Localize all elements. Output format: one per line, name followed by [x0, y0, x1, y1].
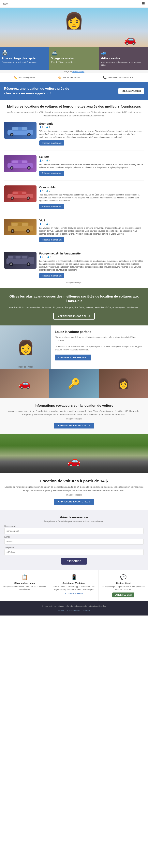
hero-caption-link[interactable]: Blindthamoes	[72, 70, 84, 72]
car-listings: Économie 👤 2 🧳 2 Très populaire auprès d…	[4, 122, 144, 278]
car-desc-economie: Très populaire auprès des voyageurs à pe…	[39, 130, 144, 138]
photo-grid: 🚗 🔑 👩	[0, 369, 148, 398]
partners-title: Offres les plus avantageuses des meilleu…	[5, 294, 143, 304]
traveler-image-caption: Image de Freepik	[4, 418, 144, 420]
svg-rect-23	[22, 191, 26, 194]
price-image-caption: Image de Freepik	[4, 494, 144, 496]
fast-title: Prise en charge plus rapide	[2, 57, 47, 60]
car-category-economie: Économie	[39, 122, 144, 125]
chat-btn[interactable]: LANCER LE CHAT	[112, 592, 134, 597]
trip-text: Plus de 70 ans d'expérience	[51, 61, 97, 64]
menu-icon[interactable]: ☰	[142, 2, 145, 6]
car-image-vus	[4, 219, 36, 236]
support-item-whatsapp: 📱 Assistance WhatsApp Appelez-nous sur W…	[49, 570, 99, 601]
perfect-start-btn[interactable]: COMMENCEZ MAINTENANT	[55, 354, 91, 361]
car-desc-luxe: Les marques offrent l'Amérique toujours …	[39, 163, 144, 169]
svg-point-13	[28, 167, 30, 169]
fees-icon: 🏷️	[58, 76, 61, 80]
perfect-content: Louez la voiture parfaite Et avec le rés…	[51, 326, 148, 369]
svg-point-29	[27, 230, 29, 232]
service-text: Nous vous transmettrons mieux vous servo…	[101, 61, 146, 66]
reservation-title: Gérer la réservation	[4, 516, 144, 519]
cancel-icon: ✏️	[14, 76, 17, 80]
car-meta-economie: 👤 2 🧳 2	[39, 126, 144, 128]
traveler-section: Informations voyageurs sur la location d…	[0, 398, 148, 434]
support-title-reservation: Gérer la réservation	[2, 582, 47, 584]
traveler-title: Informations voyageurs sur la location d…	[4, 404, 144, 408]
main-subtitle: Nos fournisseurs fournissent des véhicul…	[4, 111, 144, 117]
car-info-minivan: Fourgonnette/minifourgonnette 👤 7+ 🧳 4 L…	[39, 252, 144, 278]
service-icon: 🚙	[101, 50, 146, 56]
partners-section: Offres les plus avantageuses des meilleu…	[0, 288, 148, 326]
car-meta-vus: 👤 4 🧳 3	[39, 223, 144, 225]
car-meta-convertible: 👤 4 🧳 2	[39, 190, 144, 192]
reserve-btn-convertible[interactable]: Réserve maintenant	[39, 204, 64, 209]
perfect-text: Et avec le réseau mondial, qui constitué…	[55, 336, 144, 351]
feature-card-fast: 🖨️ Prise en charge plus rapide Nous avon…	[0, 47, 49, 70]
svg-rect-34	[29, 257, 34, 260]
reserve-btn-vus[interactable]: Réserve maintenant	[39, 237, 64, 242]
car-image-caption: Image de Freepik	[4, 281, 144, 284]
trip-icon: 🚢	[51, 50, 97, 56]
reserve-btn-minivan[interactable]: Réserve maintenant	[39, 273, 64, 278]
svg-point-20	[11, 197, 13, 199]
main-section: Meilleures locations de voitures et four…	[0, 100, 148, 288]
reserve-btn-economie[interactable]: Réserve maintenant	[39, 141, 64, 146]
photo-cell-3: 👩	[99, 369, 148, 398]
hero-caption: Image de Blindthamoes	[0, 70, 148, 73]
car-item-economie: Économie 👤 2 🧳 2 Très populaire auprès d…	[4, 122, 144, 146]
form-submit-btn[interactable]: S'INSCRIRE	[61, 558, 87, 565]
road-section: 🚗	[0, 434, 148, 473]
price-learn-btn[interactable]: APPRENDRE ENCORE PLUS	[54, 499, 94, 505]
form-input-phone[interactable]	[4, 549, 144, 555]
support-section: 📋 Gérer la réservation Remplissez le for…	[0, 570, 148, 601]
feature-card-service: 🚙 Meilleur service Nous vous transmettro…	[99, 47, 148, 70]
service-title: Meilleur service	[101, 57, 146, 60]
whatsapp-phone[interactable]: +12-345-678-89089	[52, 592, 96, 595]
support-item-reservation: 📋 Gérer la réservation Remplissez le for…	[0, 570, 49, 601]
car-info-vus: VUS 👤 4 🧳 3 Les voyages en voiture, remp…	[39, 219, 144, 242]
trust-bar: ✏️ Annulation gratuite 🏷️ Pas de frais c…	[0, 73, 148, 82]
support-text-chat: Le moyen le plus rapide d'obtenir un rép…	[101, 585, 146, 591]
form-input-email[interactable]	[4, 538, 144, 545]
svg-point-28	[11, 230, 14, 232]
footer-link-cookies[interactable]: Cookies	[83, 609, 90, 612]
perfect-section: 👩 Image de Freepik Louez la voiture parf…	[0, 326, 148, 369]
cta-phone[interactable]: +12-345-678-89089	[118, 88, 144, 94]
photo-cell-1: 🚗	[0, 369, 49, 398]
svg-rect-6	[12, 127, 18, 130]
support-item-chat: 💬 Chat en direct Le moyen le plus rapide…	[99, 570, 148, 601]
chat-icon: 💬	[101, 574, 146, 580]
support-title-whatsapp: Assistance WhatsApp	[52, 582, 96, 584]
svg-rect-15	[22, 160, 27, 163]
svg-point-4	[11, 134, 13, 135]
svg-rect-41	[22, 256, 27, 258]
logo: logo	[3, 2, 8, 5]
footer-link-terms[interactable]: Termes	[58, 609, 64, 612]
form-label-name: Nom complet	[4, 525, 144, 527]
car-image-economie	[4, 122, 36, 138]
car-item-vus: VUS 👤 4 🧳 3 Les voyages en voiture, remp…	[4, 219, 144, 242]
reserve-btn-luxe[interactable]: Réserve maintenant	[39, 171, 64, 176]
cta-title: Réservez une location de voiture près de…	[4, 86, 75, 96]
price-section: Location de voitures à partir de 14 $ Éq…	[0, 473, 148, 510]
partners-learn-btn[interactable]: APPRENDRE ENCORE PLUS	[53, 313, 95, 319]
footer: Aenean justo lorem ipsum dolor sit amet …	[0, 601, 148, 616]
svg-rect-30	[11, 223, 18, 226]
price-text: Équipés du formulaire de réservation, la…	[4, 485, 144, 492]
car-meta-luxe: 👤 4 🧳 2	[39, 159, 144, 162]
main-title: Meilleures locations de voitures et four…	[4, 104, 144, 108]
fast-icon: 🖨️	[2, 50, 47, 56]
svg-point-12	[11, 167, 13, 169]
car-info-luxe: Le luxe 👤 4 🧳 2 Les marques offrent l'Am…	[39, 155, 144, 176]
header: logo ☰	[0, 0, 148, 8]
reservation-subtitle: Remplissez le formulaire pour que vous p…	[4, 520, 144, 523]
car-desc-vus: Les voyages en voiture, remplis d'activi…	[39, 226, 144, 236]
footer-link-privacy[interactable]: Confidentialité	[68, 609, 80, 612]
car-item-minivan: Fourgonnette/minifourgonnette 👤 7+ 🧳 4 L…	[4, 252, 144, 278]
reservation-mgmt-icon: 📋	[2, 574, 47, 580]
traveler-learn-btn[interactable]: APPRENDRE ENCORE PLUS	[54, 423, 94, 429]
form-input-name[interactable]	[4, 528, 144, 534]
car-desc-convertible: Très populaire auprès des voyageurs à pe…	[39, 193, 144, 202]
svg-rect-14	[12, 160, 18, 163]
